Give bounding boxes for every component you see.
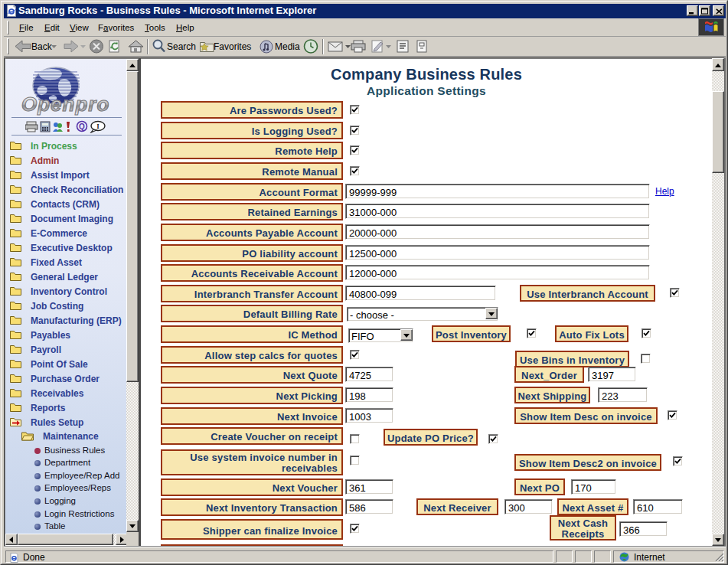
svg-text:Q: Q	[79, 122, 85, 131]
svg-text:I: I	[96, 122, 100, 130]
